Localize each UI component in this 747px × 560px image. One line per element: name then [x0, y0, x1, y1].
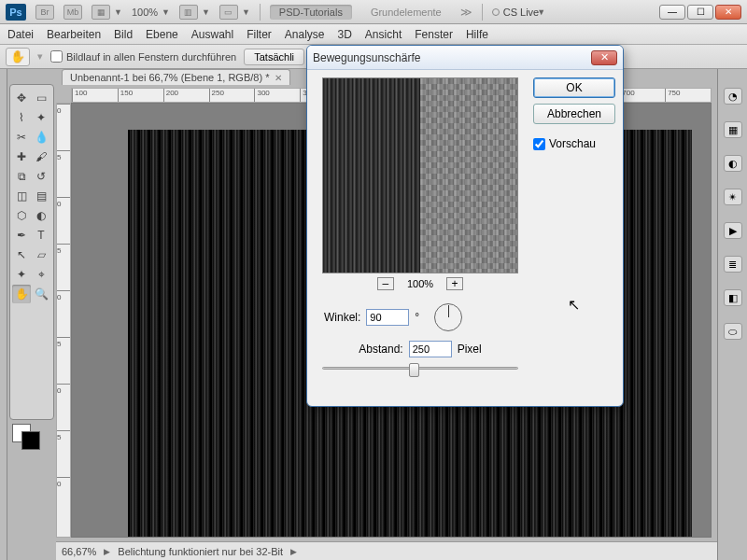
marquee-tool[interactable]: ▭	[32, 89, 50, 107]
menu-hilfe[interactable]: Hilfe	[466, 28, 488, 41]
3d-camera-tool[interactable]: ⌖	[32, 265, 50, 284]
menu-ebene[interactable]: Ebene	[146, 28, 178, 41]
angle-input[interactable]	[366, 309, 409, 326]
maximize-button[interactable]: ☐	[687, 5, 713, 20]
separator	[482, 4, 483, 21]
angle-dial[interactable]	[434, 303, 462, 331]
3d-tool[interactable]: ✦	[12, 265, 31, 284]
clone-stamp-tool[interactable]: ⧉	[12, 167, 31, 186]
zoom-out-button[interactable]: –	[377, 277, 394, 290]
status-chevron-icon[interactable]: ▶	[290, 547, 297, 556]
scroll-all-windows-checkbox[interactable]: Bildlauf in allen Fenstern durchführen	[50, 50, 236, 63]
distance-label: Abstand:	[359, 343, 402, 356]
bridge-button[interactable]: Br	[35, 5, 54, 20]
menu-filter[interactable]: Filter	[247, 28, 272, 41]
lasso-tool[interactable]: ⌇	[12, 108, 31, 127]
move-tool[interactable]: ✥	[12, 89, 31, 107]
eyedropper-tool[interactable]: 💧	[32, 128, 50, 147]
scroll-all-label: Bildlauf in allen Fenstern durchführen	[66, 51, 236, 63]
preview-zoom-readout: 100%	[407, 278, 433, 289]
path-selection-tool[interactable]: ↖	[12, 245, 31, 264]
menu-bearbeiten[interactable]: Bearbeiten	[47, 28, 101, 41]
styles-panel-icon[interactable]: ✴	[724, 189, 742, 205]
dialog-title: Bewegungsunschärfe	[313, 51, 420, 64]
actual-pixels-button[interactable]: Tatsächli	[244, 49, 304, 65]
swatches-panel-icon[interactable]: ▦	[724, 121, 742, 138]
actions-panel-icon[interactable]: ▶	[724, 222, 742, 239]
document-tab[interactable]: Unbenannt-1 bei 66,7% (Ebene 1, RGB/8) *…	[62, 69, 290, 85]
menu-3d[interactable]: 3D	[338, 28, 352, 41]
color-panel-icon[interactable]: ◔	[724, 88, 742, 105]
zoom-in-button[interactable]: +	[446, 277, 463, 290]
distance-slider[interactable]	[322, 367, 518, 370]
status-chevron-icon[interactable]: ▶	[104, 547, 110, 556]
angle-label: Winkel:	[324, 311, 360, 324]
dialog-close-button[interactable]: ✕	[591, 50, 617, 65]
blur-tool[interactable]: ⬡	[12, 206, 31, 225]
pen-tool[interactable]: ✒	[12, 226, 31, 245]
more-workspaces-icon[interactable]: ≫	[460, 6, 472, 19]
menu-bar: Datei Bearbeiten Bild Ebene Auswahl Filt…	[0, 24, 747, 45]
preview-checkbox[interactable]: Vorschau	[533, 137, 615, 150]
background-swatch[interactable]	[21, 431, 40, 450]
view-extras-button[interactable]: ▦	[92, 5, 110, 20]
distance-input[interactable]	[409, 341, 452, 357]
separator	[260, 4, 261, 21]
magic-wand-tool[interactable]: ✦	[32, 108, 50, 127]
dialog-titlebar[interactable]: Bewegungsunschärfe ✕	[307, 46, 623, 70]
layers-panel-icon[interactable]: ≣	[724, 256, 742, 273]
menu-ansicht[interactable]: Ansicht	[365, 28, 402, 41]
crop-tool[interactable]: ✂	[12, 128, 31, 147]
hand-tool[interactable]: ✋	[12, 285, 31, 303]
status-zoom[interactable]: 66,67%	[62, 546, 96, 557]
healing-brush-tool[interactable]: ✚	[12, 147, 31, 166]
color-swatches[interactable]	[12, 424, 51, 452]
arrange-documents-button[interactable]: ▥	[179, 5, 198, 20]
dodge-tool[interactable]: ◐	[32, 206, 50, 225]
tools-panel: ✥ ▭ ⌇ ✦ ✂ 💧 ✚ 🖌 ⧉ ↺ ◫ ▤ ⬡ ◐ ✒ T ↖ ▱ ✦ ⌖ …	[9, 84, 54, 420]
zoom-level-readout[interactable]: 100%	[132, 7, 158, 18]
menu-datei[interactable]: Datei	[7, 28, 34, 41]
zoom-tool[interactable]: 🔍	[32, 285, 50, 303]
menu-fenster[interactable]: Fenster	[415, 28, 453, 41]
menu-analyse[interactable]: Analyse	[285, 28, 325, 41]
chevron-down-icon[interactable]: ▼	[242, 7, 250, 17]
document-tab-title: Unbenannt-1 bei 66,7% (Ebene 1, RGB/8) *	[70, 72, 269, 83]
type-tool[interactable]: T	[32, 226, 50, 245]
ps-logo: Ps	[6, 4, 26, 21]
chevron-down-icon[interactable]: ▼	[114, 7, 122, 17]
gradient-tool[interactable]: ▤	[32, 187, 50, 205]
cs-live-button[interactable]: CS Live ▼	[492, 7, 545, 18]
menu-auswahl[interactable]: Auswahl	[191, 28, 233, 41]
application-bar: Ps Br Mb ▦ ▼ 100% ▼ ▥ ▼ ▭ ▼ PSD-Tutorial…	[0, 0, 747, 24]
preview-checkbox-label: Vorschau	[549, 137, 596, 150]
adjustments-panel-icon[interactable]: ◐	[724, 155, 742, 172]
cs-live-label: CS Live	[503, 7, 540, 18]
close-icon[interactable]: ✕	[275, 73, 282, 83]
chevron-down-icon[interactable]: ▼	[162, 7, 170, 17]
right-dock: ◔ ▦ ◐ ✴ ▶ ≣ ◧ ⬭	[717, 69, 747, 560]
channels-panel-icon[interactable]: ◧	[724, 289, 742, 306]
history-brush-tool[interactable]: ↺	[32, 167, 50, 186]
hand-tool-icon[interactable]: ✋	[6, 48, 30, 66]
motion-blur-dialog: Bewegungsunschärfe ✕ – 100% + Winkel: ° …	[306, 45, 624, 407]
cancel-button[interactable]: Abbrechen	[533, 104, 615, 124]
ok-button[interactable]: OK	[533, 77, 615, 98]
chevron-down-icon[interactable]: ▼	[202, 7, 210, 17]
minibridge-button[interactable]: Mb	[63, 5, 82, 20]
screen-mode-button[interactable]: ▭	[219, 5, 238, 20]
workspace-tab-grundelemente[interactable]: Grundelemente	[361, 5, 451, 20]
workspace-tab-psd-tutorials[interactable]: PSD-Tutorials	[270, 5, 352, 20]
vertical-ruler: 050505050	[56, 103, 71, 538]
close-button[interactable]: ✕	[715, 5, 741, 20]
status-message: Belichtung funktioniert nur bei 32-Bit	[118, 546, 283, 557]
shape-tool[interactable]: ▱	[32, 245, 50, 264]
paths-panel-icon[interactable]: ⬭	[724, 323, 742, 340]
cs-live-icon	[492, 8, 500, 16]
chevron-down-icon: ▼	[537, 7, 545, 17]
filter-preview[interactable]	[322, 77, 518, 273]
eraser-tool[interactable]: ◫	[12, 187, 31, 205]
minimize-button[interactable]: —	[659, 5, 685, 20]
menu-bild[interactable]: Bild	[114, 28, 133, 41]
brush-tool[interactable]: 🖌	[32, 147, 50, 166]
